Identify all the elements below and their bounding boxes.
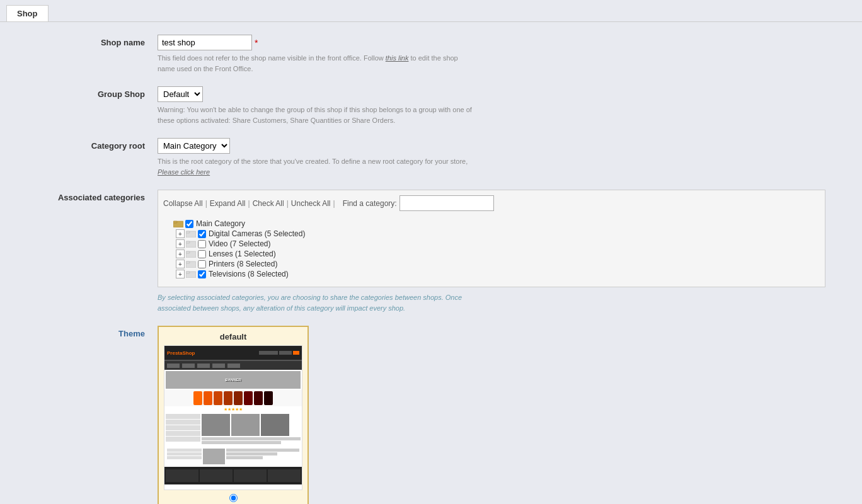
folder-icon-printers	[186, 260, 196, 268]
checkbox-digital[interactable]	[198, 230, 206, 238]
sep4: |	[333, 199, 335, 208]
collapse-all-link[interactable]: Collapse All	[163, 199, 203, 208]
expand-televisions[interactable]: +	[176, 270, 185, 278]
shop-name-input[interactable]	[158, 35, 252, 50]
shop-tab[interactable]: Shop	[6, 5, 49, 21]
svg-rect-9	[186, 261, 190, 263]
tree-label-digital: Digital Cameras (5 Selected)	[209, 229, 305, 238]
shop-name-label: Shop name	[19, 35, 158, 47]
category-root-help: This is the root category of the store t…	[158, 156, 473, 177]
sep2: |	[248, 199, 250, 208]
categories-note: By selecting associated categories, you …	[158, 292, 473, 313]
svg-rect-1	[173, 221, 177, 223]
shop-name-help: This field does not refer to the shop na…	[158, 53, 473, 74]
folder-icon-lenses	[186, 250, 196, 258]
group-shop-select[interactable]: Default	[158, 86, 203, 102]
preview-stars: ★★★★★	[164, 407, 302, 412]
category-tree: Main Category + Digital Cameras (5 Selec…	[163, 216, 820, 282]
tree-item-main: Main Category	[163, 219, 820, 229]
preview-logo: PrestaShop	[167, 350, 195, 356]
group-shop-label: Group Shop	[19, 86, 158, 99]
tree-item-printers: + Printers (8 Selected)	[176, 259, 820, 269]
theme-radio[interactable]	[229, 494, 238, 502]
expand-digital[interactable]: +	[176, 229, 185, 238]
tree-label-televisions: Televisions (8 Selected)	[209, 270, 289, 278]
svg-rect-7	[186, 251, 190, 253]
folder-icon-televisions	[186, 270, 196, 278]
categories-box: Collapse All | Expand All | Check All | …	[158, 190, 825, 287]
svg-rect-5	[186, 241, 190, 243]
svg-rect-3	[186, 231, 190, 233]
required-indicator: *	[255, 38, 258, 48]
svg-rect-11	[186, 272, 190, 273]
category-root-select[interactable]: Main Category	[158, 138, 230, 154]
expand-all-link[interactable]: Expand All	[210, 199, 246, 208]
expand-video[interactable]: +	[176, 239, 185, 248]
theme-container: default PrestaShop	[158, 326, 309, 504]
theme-label: Theme	[19, 326, 158, 338]
theme-title: default	[164, 332, 302, 341]
category-root-link[interactable]: Please click here	[158, 168, 210, 176]
checkbox-main[interactable]	[185, 220, 193, 228]
find-category-input[interactable]	[399, 195, 494, 211]
expand-printers[interactable]: +	[176, 260, 185, 268]
check-all-link[interactable]: Check All	[253, 199, 284, 208]
tree-item-digital: + Digital Cameras (5 Selected)	[176, 229, 820, 239]
shop-name-link[interactable]: this link	[386, 54, 409, 62]
theme-preview: PrestaShop	[164, 345, 302, 490]
tree-item-lenses: + Lenses (1 Selected)	[176, 249, 820, 259]
expand-lenses[interactable]: +	[176, 249, 185, 258]
categories-toolbar: Collapse All | Expand All | Check All | …	[163, 195, 820, 211]
folder-icon-main	[173, 220, 183, 227]
tree-item-televisions: + Televisions (8 Selected)	[176, 269, 820, 279]
category-root-label: Category root	[19, 138, 158, 151]
tree-label-main: Main Category	[196, 219, 245, 228]
theme-radio-row	[164, 494, 302, 504]
uncheck-all-link[interactable]: Uncheck All	[291, 199, 331, 208]
sep3: |	[287, 199, 289, 208]
find-category-label: Find a category:	[343, 199, 397, 208]
folder-icon-digital	[186, 230, 196, 238]
group-shop-warning: Warning: You won't be able to change the…	[158, 105, 473, 125]
checkbox-printers[interactable]	[198, 260, 206, 268]
sep1: |	[205, 199, 207, 208]
folder-icon-video	[186, 240, 196, 248]
tree-item-video: + Video (7 Selected)	[176, 239, 820, 249]
tree-label-printers: Printers (8 Selected)	[209, 260, 277, 268]
checkbox-televisions[interactable]	[198, 270, 206, 278]
checkbox-lenses[interactable]	[198, 250, 206, 258]
tree-label-lenses: Lenses (1 Selected)	[209, 249, 276, 258]
associated-categories-label: Associated categories	[19, 190, 158, 202]
tree-label-video: Video (7 Selected)	[209, 239, 271, 248]
checkbox-video[interactable]	[198, 240, 206, 248]
